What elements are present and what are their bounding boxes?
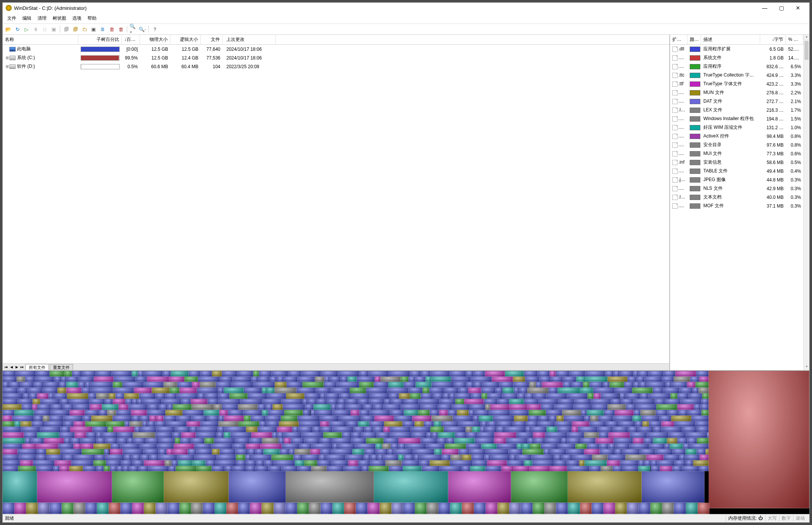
treemap-block[interactable] bbox=[474, 371, 485, 377]
treemap-block[interactable] bbox=[522, 444, 530, 449]
treemap-block[interactable] bbox=[81, 438, 97, 444]
treemap-block[interactable] bbox=[665, 444, 670, 449]
treemap-block[interactable] bbox=[204, 410, 219, 416]
treemap-block[interactable] bbox=[510, 404, 527, 410]
treemap-block[interactable] bbox=[341, 377, 347, 382]
treemap-block[interactable] bbox=[264, 460, 274, 466]
treemap-block[interactable] bbox=[401, 377, 408, 382]
ext-row[interactable]: .nlsNLS 文件42.9 MB0.3% bbox=[670, 184, 803, 193]
treemap-block[interactable] bbox=[31, 438, 44, 444]
treemap-block[interactable] bbox=[337, 382, 359, 388]
treemap-block[interactable] bbox=[665, 399, 681, 405]
treemap-block[interactable] bbox=[670, 393, 677, 399]
treemap-block[interactable] bbox=[389, 466, 403, 472]
treemap-block[interactable] bbox=[198, 377, 220, 382]
treemap-block[interactable] bbox=[292, 427, 299, 432]
treemap-block[interactable] bbox=[20, 460, 33, 466]
treemap-block[interactable] bbox=[638, 427, 653, 432]
treemap-block[interactable] bbox=[477, 432, 494, 438]
treemap-block[interactable] bbox=[709, 371, 809, 508]
treemap-block[interactable] bbox=[572, 382, 583, 388]
treemap-block[interactable] bbox=[249, 438, 262, 444]
pause-icon[interactable]: ⏸ bbox=[31, 25, 40, 33]
treemap-block[interactable] bbox=[212, 449, 220, 455]
treemap-block[interactable] bbox=[663, 388, 680, 393]
treemap-block[interactable] bbox=[351, 410, 359, 416]
treemap-block[interactable] bbox=[20, 421, 31, 427]
treemap-block[interactable] bbox=[159, 455, 177, 460]
treemap-block[interactable] bbox=[485, 371, 505, 377]
treemap-block[interactable] bbox=[427, 503, 438, 514]
treemap-block[interactable] bbox=[236, 455, 245, 460]
treemap-block[interactable] bbox=[256, 449, 263, 455]
treemap-block[interactable] bbox=[113, 382, 122, 388]
treemap-block[interactable] bbox=[251, 432, 273, 438]
treemap-block[interactable] bbox=[132, 455, 141, 460]
tab-nav-button[interactable]: ◀ bbox=[9, 365, 14, 369]
treemap-block[interactable] bbox=[212, 371, 221, 377]
treemap-block[interactable] bbox=[61, 377, 67, 382]
treemap-block[interactable] bbox=[331, 388, 350, 393]
treemap-block[interactable] bbox=[458, 388, 468, 393]
treemap-block[interactable] bbox=[389, 371, 410, 377]
treemap-block[interactable] bbox=[139, 466, 148, 472]
treemap-block[interactable] bbox=[398, 455, 404, 460]
treemap-block[interactable] bbox=[472, 427, 480, 432]
treemap-block[interactable] bbox=[532, 460, 554, 466]
treemap-block[interactable] bbox=[218, 388, 224, 393]
treemap-block[interactable] bbox=[545, 438, 561, 444]
treemap-block[interactable] bbox=[611, 399, 621, 405]
treemap-block[interactable] bbox=[262, 388, 267, 393]
treemap-block[interactable] bbox=[129, 421, 142, 427]
treemap-block[interactable] bbox=[438, 503, 450, 514]
treemap-block[interactable] bbox=[644, 438, 653, 444]
treemap-block[interactable] bbox=[301, 371, 321, 377]
treemap-block[interactable] bbox=[178, 460, 192, 466]
treemap-block[interactable] bbox=[117, 466, 123, 472]
treemap-block[interactable] bbox=[640, 393, 648, 399]
treemap-block[interactable] bbox=[286, 471, 374, 503]
tab-重复文件[interactable]: 重复文件 bbox=[50, 364, 73, 371]
treemap-block[interactable] bbox=[244, 416, 251, 421]
menu-选项[interactable]: 选项 bbox=[69, 14, 84, 23]
treemap-block[interactable] bbox=[620, 371, 633, 377]
treemap-block[interactable] bbox=[34, 410, 51, 416]
treemap-block[interactable] bbox=[346, 455, 364, 460]
treemap-block[interactable] bbox=[633, 371, 638, 377]
treemap-block[interactable] bbox=[506, 438, 528, 444]
treemap-block[interactable] bbox=[440, 466, 462, 472]
treemap-block[interactable] bbox=[568, 503, 580, 514]
treemap-block[interactable] bbox=[228, 410, 243, 416]
treemap-block[interactable] bbox=[410, 371, 421, 377]
treemap-block[interactable] bbox=[191, 399, 208, 405]
treemap-block[interactable] bbox=[687, 382, 695, 388]
treemap-block[interactable] bbox=[445, 444, 466, 449]
treemap-block[interactable] bbox=[217, 455, 236, 460]
treemap-block[interactable] bbox=[655, 399, 665, 405]
treemap-block[interactable] bbox=[96, 371, 111, 377]
treemap-block[interactable] bbox=[148, 404, 159, 410]
treemap-block[interactable] bbox=[404, 399, 418, 405]
treemap-block[interactable] bbox=[525, 393, 533, 399]
col-bytes[interactable]: ↓字节 bbox=[760, 35, 786, 44]
treemap-block[interactable] bbox=[527, 404, 541, 410]
treemap-block[interactable] bbox=[613, 416, 633, 421]
treemap-block[interactable] bbox=[366, 388, 387, 393]
treemap-block[interactable] bbox=[567, 432, 584, 438]
treemap-block[interactable] bbox=[700, 455, 708, 460]
treemap-block[interactable] bbox=[648, 393, 670, 399]
treemap-block[interactable] bbox=[35, 377, 55, 382]
treemap-block[interactable] bbox=[238, 404, 258, 410]
treemap-block[interactable] bbox=[697, 449, 706, 455]
treemap-block[interactable] bbox=[200, 371, 212, 377]
treemap-block[interactable] bbox=[248, 393, 267, 399]
treemap-block[interactable] bbox=[3, 388, 18, 393]
treemap-block[interactable] bbox=[662, 427, 682, 432]
treemap-block[interactable] bbox=[216, 460, 236, 466]
treemap-block[interactable] bbox=[701, 404, 708, 410]
treemap-block[interactable] bbox=[346, 421, 358, 427]
treemap-block[interactable] bbox=[17, 377, 25, 382]
treemap-block[interactable] bbox=[60, 399, 69, 405]
treemap-block[interactable] bbox=[581, 410, 587, 416]
treemap-block[interactable] bbox=[287, 382, 303, 388]
